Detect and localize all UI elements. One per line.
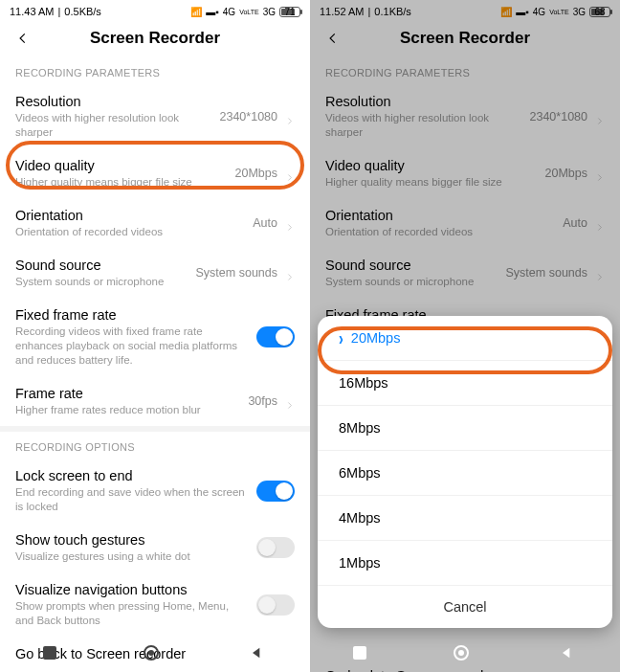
section-recording-options: RECORDING OPTIONS: [0, 432, 310, 459]
item-visualize-nav[interactable]: Visualize navigation buttonsShow prompts…: [0, 572, 310, 637]
item-resolution[interactable]: ResolutionVideos with higher resolution …: [0, 84, 310, 148]
chevron-right-icon: [285, 112, 295, 122]
chevron-right-icon: [595, 268, 605, 278]
chevron-right-icon: [285, 396, 295, 406]
page-title: Screen Recorder: [343, 29, 587, 48]
section-recording-params: RECORDING PARAMETERS: [310, 57, 620, 84]
nav-back[interactable]: [246, 642, 267, 663]
item-video-quality[interactable]: Video qualityHigher quality means bigger…: [310, 148, 620, 198]
chevron-right-icon: [285, 268, 295, 278]
chevron-right-icon: [595, 112, 605, 122]
item-fixed-frame-rate[interactable]: Fixed frame rateRecording videos with fi…: [0, 298, 310, 376]
quality-dialog: 20Mbps 16Mbps 8Mbps 6Mbps 4Mbps 1Mbps Ca…: [318, 316, 612, 628]
signal-icon: ▬▪: [206, 7, 219, 17]
nav-home[interactable]: [144, 645, 159, 661]
nav-recents[interactable]: [43, 646, 56, 660]
back-button[interactable]: [323, 29, 343, 48]
toggle-visualize-nav[interactable]: [256, 594, 295, 616]
quality-option-6[interactable]: 6Mbps: [318, 451, 612, 496]
toggle-fixed-frame[interactable]: [256, 326, 295, 347]
nav-bar: [310, 634, 620, 672]
toggle-lock-screen[interactable]: [256, 481, 295, 502]
quality-option-1[interactable]: 1Mbps: [318, 541, 612, 586]
item-sound-source[interactable]: Sound sourceSystem sounds or microphone …: [310, 248, 620, 298]
status-bar: 11.52 AM | 0.1KB/s 📶▬▪ 4G VoLTE 3G 68: [310, 0, 620, 21]
chevron-right-icon: [285, 218, 295, 228]
cancel-button[interactable]: Cancel: [318, 586, 612, 628]
quality-option-20[interactable]: 20Mbps: [318, 316, 612, 361]
quality-option-8[interactable]: 8Mbps: [318, 406, 612, 451]
item-orientation[interactable]: OrientationOrientation of recorded video…: [0, 198, 310, 248]
quality-option-16[interactable]: 16Mbps: [318, 361, 612, 406]
item-resolution[interactable]: ResolutionVideos with higher resolution …: [310, 84, 620, 148]
chevron-right-icon: [595, 218, 605, 228]
header: Screen Recorder: [0, 21, 310, 57]
page-title: Screen Recorder: [33, 29, 277, 48]
status-bar: 11.43 AM | 0.5KB/s 📶▬▪ 4G VoLTE 3G 71: [0, 0, 310, 21]
item-orientation[interactable]: OrientationOrientation of recorded video…: [310, 198, 620, 248]
toggle-show-touch[interactable]: [256, 537, 295, 558]
item-video-quality[interactable]: Video qualityHigher quality means bigger…: [0, 148, 310, 198]
item-frame-rate[interactable]: Frame rateHigher frame rates reduce moti…: [0, 376, 310, 426]
item-show-touch[interactable]: Show touch gesturesVisualize gestures us…: [0, 523, 310, 572]
chevron-right-icon: [285, 168, 295, 178]
item-lock-screen-end[interactable]: Lock screen to endEnd recording and save…: [0, 459, 310, 523]
nav-home[interactable]: [454, 645, 469, 661]
nav-back[interactable]: [556, 642, 577, 663]
quality-option-4[interactable]: 4Mbps: [318, 496, 612, 541]
item-sound-source[interactable]: Sound sourceSystem sounds or microphone …: [0, 248, 310, 298]
nav-bar: [0, 634, 310, 672]
signal-icon: ▬▪: [516, 7, 529, 17]
header: Screen Recorder: [310, 21, 620, 57]
section-recording-params: RECORDING PARAMETERS: [0, 57, 310, 84]
chevron-right-icon: [595, 168, 605, 178]
back-button[interactable]: [13, 29, 33, 48]
nav-recents[interactable]: [353, 646, 366, 660]
